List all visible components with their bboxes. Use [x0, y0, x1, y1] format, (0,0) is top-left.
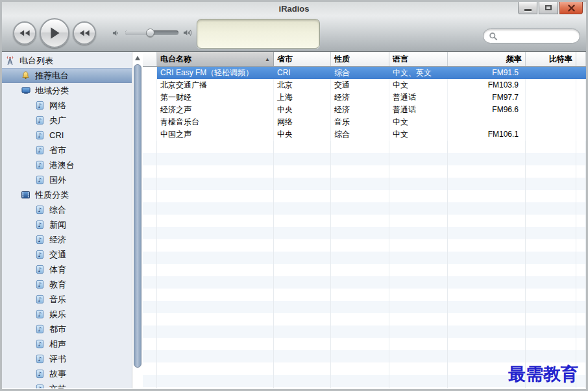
sidebar-item-general[interactable]: ♪综合	[2, 202, 132, 217]
column-header-name[interactable]: 电台名称▲	[157, 52, 274, 66]
sidebar-item-net[interactable]: ♪网络	[2, 98, 132, 113]
cell-gap	[143, 128, 157, 141]
table-row[interactable]: 经济之声中央经济普通话FM96.6	[143, 104, 586, 116]
svg-text:♪: ♪	[38, 132, 42, 139]
minimize-button[interactable]	[518, 2, 537, 14]
search-input[interactable]	[501, 31, 574, 41]
sidebar-item-list-header[interactable]: 电台列表	[2, 53, 132, 68]
sidebar-item-economy[interactable]: ♪经济	[2, 232, 132, 247]
sidebar-item-region-category[interactable]: 地域分类	[2, 83, 132, 98]
sidebar-item-entertainment[interactable]: ♪娱乐	[2, 307, 132, 322]
volume-slider[interactable]	[125, 30, 178, 35]
next-button[interactable]	[73, 21, 96, 45]
sidebar-item-label: 国外	[49, 174, 66, 186]
minimize-icon	[524, 9, 532, 11]
svg-text:♪: ♪	[38, 311, 42, 318]
column-header-province[interactable]: 省市	[274, 52, 331, 66]
svg-text:♪: ♪	[38, 296, 42, 303]
sidebar-item-label: 电台列表	[19, 55, 53, 67]
svg-text:♪: ♪	[38, 176, 42, 184]
sidebar-item-crosstalk[interactable]: ♪相声	[2, 337, 132, 351]
sidebar-item-foreign[interactable]: ♪国外	[2, 172, 132, 187]
sidebar-item-label: 港澳台	[49, 160, 75, 171]
play-button[interactable]	[40, 18, 69, 48]
cell-nature: 音乐	[331, 116, 389, 128]
empty-column	[448, 141, 526, 388]
sidebar-item-story[interactable]: ♪故事	[2, 366, 132, 381]
column-header-bitrate[interactable]: 比特率	[526, 52, 576, 66]
table-row[interactable]: CRI Easy FM（轻松调频）CRI综合中文、英文FM91.5	[143, 67, 586, 79]
table-row[interactable]: 北京交通广播北京交通中文FM103.9	[143, 79, 586, 91]
content-area: 电台列表推荐电台地域分类♪网络♪央广♪CRI♪省市♪港澳台♪国外性质分类♪综合♪…	[2, 52, 586, 388]
app-window: iRadios	[0, 0, 588, 391]
volume-slider-thumb[interactable]	[146, 29, 154, 37]
sidebar-item-arts[interactable]: ♪文艺	[2, 381, 132, 388]
cell-nature: 经济	[331, 104, 389, 116]
sidebar-item-storytelling[interactable]: ♪评书	[2, 351, 132, 366]
empty-column	[526, 141, 576, 388]
column-label: 电台名称	[160, 54, 191, 65]
note-icon: ♪	[34, 234, 45, 245]
sidebar-item-cnr[interactable]: ♪央广	[2, 113, 132, 128]
note-icon: ♪	[34, 174, 45, 185]
cell-tail	[576, 128, 586, 141]
cell-gap	[143, 91, 157, 104]
sidebar-item-education[interactable]: ♪教育	[2, 277, 132, 292]
cell-nature: 经济	[331, 91, 389, 104]
cell-language: 中文	[389, 79, 448, 91]
cell-frequency: FM97.7	[448, 91, 526, 104]
cell-nature: 交通	[331, 79, 389, 91]
note-icon: ♪	[34, 338, 45, 350]
scroll-up-icon[interactable]	[135, 56, 140, 60]
sidebar-scrollbar-thumb[interactable]	[134, 64, 141, 368]
cell-gap	[143, 67, 157, 79]
sidebar-item-traffic[interactable]: ♪交通	[2, 247, 132, 262]
table-header: 电台名称▲省市性质语言频率比特率	[143, 52, 586, 67]
column-header-nature[interactable]: 性质	[331, 52, 389, 66]
bell-icon	[20, 70, 31, 81]
svg-text:♪: ♪	[38, 251, 42, 258]
cell-province: 北京	[274, 79, 331, 91]
sidebar-item-music[interactable]: ♪音乐	[2, 292, 132, 307]
sidebar-item-cri[interactable]: ♪CRI	[2, 128, 132, 143]
sidebar-item-recommended[interactable]: 推荐电台	[2, 68, 132, 83]
sidebar-item-hk-mo-tw[interactable]: ♪港澳台	[2, 158, 132, 172]
close-button[interactable]	[559, 2, 583, 14]
note-icon: ♪	[34, 353, 45, 364]
empty-column	[331, 141, 389, 388]
note-icon: ♪	[34, 294, 45, 305]
sidebar-item-label: 相声	[49, 338, 66, 350]
column-header-gap[interactable]	[143, 52, 157, 66]
column-header-frequency[interactable]: 频率	[448, 52, 526, 66]
svg-text:♪: ♪	[38, 370, 42, 377]
cell-name: 经济之声	[157, 104, 274, 116]
cell-nature: 综合	[331, 128, 389, 141]
previous-button[interactable]	[13, 21, 36, 45]
note-icon: ♪	[34, 219, 45, 230]
sidebar-item-province[interactable]: ♪省市	[2, 143, 132, 158]
column-label: 频率	[506, 54, 522, 65]
sidebar-item-label: 评书	[49, 353, 66, 365]
cell-gap	[143, 79, 157, 91]
sidebar-scrollbar[interactable]	[132, 52, 143, 388]
column-header-tail[interactable]	[576, 52, 586, 66]
maximize-button[interactable]	[539, 2, 558, 14]
table-row[interactable]: 第一财经上海经济普通话FM97.7	[143, 91, 586, 104]
sidebar-item-nature-category[interactable]: 性质分类	[2, 187, 132, 202]
station-table: 电台名称▲省市性质语言频率比特率 CRI Easy FM（轻松调频）CRI综合中…	[143, 52, 586, 388]
sidebar-item-news[interactable]: ♪新闻	[2, 217, 132, 232]
cell-bitrate	[526, 67, 576, 79]
table-row[interactable]: 中国之声中央综合中文FM106.1	[143, 128, 586, 141]
column-header-language[interactable]: 语言	[389, 52, 448, 66]
search-box[interactable]	[483, 29, 580, 43]
column-label: 语言	[393, 54, 408, 65]
sidebar-item-city[interactable]: ♪都市	[2, 322, 132, 337]
cell-gap	[143, 104, 157, 116]
column-label: 省市	[277, 54, 293, 65]
cell-name: 第一财经	[157, 91, 274, 104]
sidebar-item-sports[interactable]: ♪体育	[2, 262, 132, 277]
cell-province: 中央	[274, 104, 331, 116]
table-row[interactable]: 青檬音乐台网络音乐中文	[143, 116, 586, 128]
play-icon	[49, 27, 60, 40]
note-icon: ♪	[34, 309, 45, 320]
